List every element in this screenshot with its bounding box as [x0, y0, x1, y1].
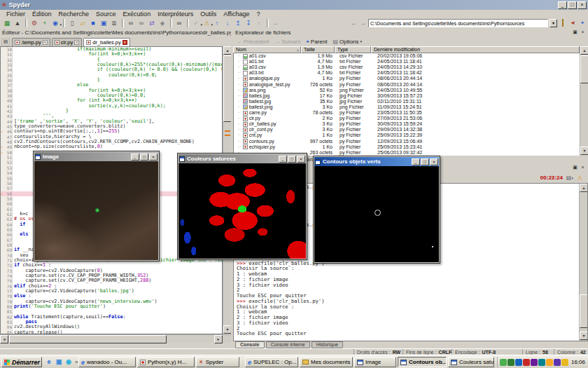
- maximize-icon[interactable]: □: [140, 154, 148, 161]
- menu-item-7[interactable]: Affichage: [220, 11, 253, 18]
- console-undock-icon[interactable]: ▣: [572, 164, 578, 171]
- prev-cursor-icon[interactable]: ↥: [233, 19, 243, 28]
- tools-icon[interactable]: ⚙: [29, 19, 39, 28]
- browse-tabs-icon[interactable]: ▤: [1, 39, 10, 46]
- address-forward-icon[interactable]: →: [359, 20, 367, 27]
- taskbar-button-6[interactable]: Contours ob...: [398, 357, 447, 367]
- contours-window-titlebar[interactable]: Contours objets verts _ □ ×: [314, 157, 439, 166]
- quicklaunch-overflow-icon[interactable]: »: [75, 359, 78, 365]
- scrollbar-thumb[interactable]: [580, 55, 588, 83]
- menu-item-8[interactable]: ?: [253, 11, 264, 18]
- explorer-close-icon[interactable]: ×: [580, 29, 586, 36]
- tab-close-icon[interactable]: ×: [74, 40, 79, 45]
- title-bar[interactable]: ✳ Spyder _ □ ×: [0, 0, 588, 10]
- console-options-icon[interactable]: ▤▾: [566, 175, 573, 181]
- media-player-quicklaunch-icon[interactable]: ◉: [64, 357, 73, 367]
- replace-icon[interactable]: ⇄: [147, 19, 157, 28]
- explorer-toolbar-button-2[interactable]: +Parent: [306, 39, 327, 45]
- console-warning-icon[interactable]: ⚠: [577, 175, 582, 182]
- fullscreen-icon[interactable]: ▦: [2, 19, 12, 28]
- menu-item-5[interactable]: Interpréteurs: [154, 11, 197, 18]
- menu-item-4[interactable]: Exécution: [120, 11, 155, 18]
- file-row-8[interactable]: ┄ballest.jpg35 Kojpg Fichier02/11/2010 1…: [234, 99, 580, 104]
- tray-icon-7[interactable]: [554, 359, 561, 366]
- file-row-15[interactable]: ┄contours.py997 octetspy Fichier12/09/20…: [234, 139, 580, 144]
- explorer-toolbar-button-3[interactable]: ▤Options▾: [332, 39, 362, 45]
- minimize-icon[interactable]: _: [558, 1, 567, 9]
- code-line-49[interactable]: ⚠49nbcont=np.size(contoursliste,0): [1, 144, 222, 149]
- run-settings-icon[interactable]: ◉▾: [50, 19, 60, 28]
- editor-tab-1[interactable]: clr.py×: [52, 38, 83, 46]
- editor-tab-0[interactable]: .temp.py×: [12, 38, 50, 46]
- next-cursor-icon[interactable]: ↧: [244, 19, 253, 28]
- file-row-14[interactable]: ┄cnt.py1 Kopy Fichier25/09/2013 15:22:39: [234, 132, 580, 138]
- taskbar-button-7[interactable]: Couleurs satur...: [448, 357, 494, 367]
- tab-close-icon[interactable]: ×: [43, 40, 48, 45]
- explorer-pane-header[interactable]: Explorateur de fichiers ▣ ×: [233, 28, 588, 36]
- scroll-right-icon[interactable]: ▸: [214, 335, 223, 343]
- console-tab-2[interactable]: Historique: [312, 341, 344, 348]
- menu-item-2[interactable]: Recherche: [55, 11, 93, 18]
- address-back-icon[interactable]: ←: [350, 20, 358, 27]
- last-edit-icon[interactable]: ↑: [254, 19, 264, 28]
- scroll-down-icon[interactable]: ▾: [580, 146, 588, 155]
- taskbar-button-3[interactable]: eSUPELEC : Op...: [245, 357, 298, 367]
- add-path-icon[interactable]: +: [40, 19, 50, 28]
- column-header-0[interactable]: Nom▵: [233, 46, 301, 53]
- file-row-12[interactable]: ┄clr_balles.py3 Kopy Fichier30/09/2013 1…: [234, 121, 580, 127]
- parent-directory-icon[interactable]: +: [578, 19, 587, 27]
- scroll-down-icon[interactable]: ▾: [580, 332, 588, 340]
- prev-warning-icon[interactable]: ↑: [212, 19, 222, 28]
- opencv-saturated-colors-window[interactable]: Couleurs saturees _ □ ×: [177, 153, 307, 260]
- column-header-1[interactable]: Taille: [301, 46, 335, 53]
- opencv-green-contours-window[interactable]: Contours objets verts _ □ ×: [313, 156, 440, 264]
- scroll-left-icon[interactable]: ◂: [0, 335, 8, 343]
- run-settings-dropdown-icon[interactable]: ▾: [59, 20, 62, 29]
- column-header-2[interactable]: Type: [335, 46, 371, 53]
- minimize-icon[interactable]: _: [279, 156, 287, 163]
- address-dropdown-icon[interactable]: ▾: [550, 19, 557, 27]
- editor-pane-header[interactable]: Éditeur - C:\Documents and Settings\cole…: [0, 28, 231, 36]
- working-directory-input[interactable]: C:\Documents and Settings\colette\Mes do…: [368, 19, 548, 27]
- console-tab-0[interactable]: Console: [235, 341, 265, 348]
- explorer-scrollbar[interactable]: ▴ ▾: [580, 46, 588, 156]
- file-row-1[interactable]: ┄a01.txt4,7 Motxt Fichier24/05/2013 11:1…: [234, 59, 580, 64]
- menu-item-3[interactable]: Source: [92, 11, 120, 18]
- warnings-list-icon[interactable]: ⚠▾: [202, 19, 211, 28]
- image-window-titlebar[interactable]: Image _ □ ×: [34, 152, 158, 161]
- file-row-16[interactable]: ┄echiquier.py1 Kopy Fichier25/09/2013 15…: [234, 144, 580, 150]
- file-row-7[interactable]: ┄balles.jpg17 Kojpg Fichier30/09/2013 15…: [234, 93, 580, 99]
- file-row-4[interactable]: ┄analogique.py1 Kopy Fichier08/06/2013 2…: [234, 76, 580, 81]
- file-row-2[interactable]: ┄a03.csv1,9 Mocsv Fichier24/05/2013 14:2…: [234, 64, 580, 70]
- tray-icon-2[interactable]: [515, 359, 522, 366]
- file-row-6[interactable]: ┄ara.png52 Kopng Fichier24/05/2013 10:49…: [234, 88, 580, 93]
- open-file-icon[interactable]: ▱: [78, 19, 88, 28]
- file-row-5[interactable]: ┄analogique_test.py726 octetspy Fichier0…: [234, 82, 580, 88]
- todo-list-icon[interactable]: ✓▾: [191, 19, 201, 28]
- taskbar-button-4[interactable]: Mes documents: [300, 357, 353, 367]
- taskbar-button-2[interactable]: ✳Spyder: [196, 357, 239, 367]
- find-symbols-icon[interactable]: ∞: [174, 19, 184, 28]
- menu-item-1[interactable]: Édition: [29, 11, 55, 18]
- maximize-icon[interactable]: □: [288, 156, 296, 163]
- column-header-3[interactable]: Dernière modification: [371, 46, 580, 53]
- console-tab-1[interactable]: Console interne: [266, 341, 310, 348]
- tray-icon-3[interactable]: [523, 359, 530, 366]
- show-desktop-quicklaunch-icon[interactable]: ▣: [55, 357, 63, 367]
- taskbar-button-0[interactable]: ewanadoo - Ou...: [78, 357, 136, 367]
- set-console-dir-icon[interactable]: ◄: [568, 19, 577, 27]
- opencv-image-window[interactable]: Image _ □ ×: [33, 151, 160, 261]
- file-row-11[interactable]: ┄clr.py2 Kopy Fichier27/09/2013 21:53:06: [234, 116, 580, 121]
- file-row-3[interactable]: ┄a03.txt4,7 Motxt Fichier24/05/2013 11:1…: [234, 70, 580, 76]
- back-icon[interactable]: ←: [271, 19, 281, 28]
- file-row-9[interactable]: ┄ballest.png3 Kopng Fichier11/09/2013 15…: [234, 104, 580, 110]
- editor-horizontal-scrollbar[interactable]: ◂ ▸: [0, 334, 231, 343]
- tray-icon-6[interactable]: [546, 359, 553, 366]
- menu-item-0[interactable]: Fichier: [3, 11, 29, 18]
- file-row-0[interactable]: ┄a01.csv1,9 Mocsv Fichier20/02/2013 19:0…: [234, 53, 580, 59]
- close-icon[interactable]: ×: [430, 158, 438, 165]
- tab-close-icon[interactable]: ×: [122, 40, 127, 45]
- restore-icon[interactable]: □: [568, 1, 577, 9]
- next-warning-icon[interactable]: ↓: [223, 19, 232, 28]
- internet-explorer-quicklaunch-icon[interactable]: e: [45, 357, 53, 367]
